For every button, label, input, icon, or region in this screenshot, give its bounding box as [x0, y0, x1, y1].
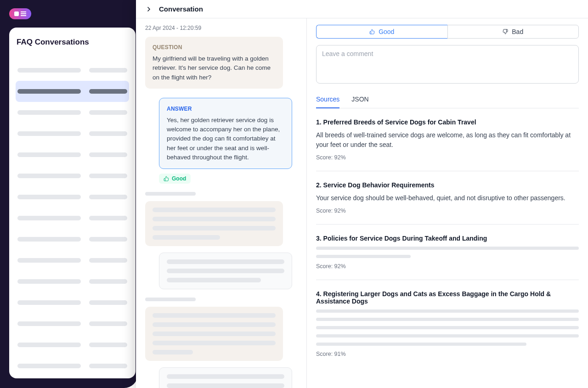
thumbs-up-icon — [164, 176, 169, 181]
answer-bubble-placeholder — [159, 253, 292, 289]
thumbs-up-icon — [369, 29, 375, 34]
conversation-column: 22 Apr 2024 - 12:20:59 QUESTION My girlf… — [136, 18, 307, 388]
tab-sources[interactable]: Sources — [316, 96, 339, 108]
source-score: Score: 92% — [316, 154, 579, 161]
app-logo — [9, 8, 31, 19]
details-column: Good Bad Sources JSON 1. Preferred Breed… — [307, 18, 588, 388]
source-score: Score: 91% — [316, 351, 579, 357]
conversation-list-item[interactable] — [16, 229, 129, 250]
rating-chip-label: Good — [172, 175, 186, 182]
drawer-title: Conversation — [159, 5, 203, 13]
source-item: 1. Preferred Breeds of Service Dogs for … — [316, 108, 579, 171]
source-title: 3. Policies for Service Dogs During Take… — [316, 235, 579, 242]
answer-bubble: ANSWER Yes, her golden retriever service… — [159, 98, 292, 169]
close-drawer-icon[interactable] — [145, 6, 153, 13]
conversation-list-item[interactable] — [16, 123, 129, 144]
bad-button-label: Bad — [512, 28, 523, 35]
source-item: 4. Registering Larger Dogs and Cats as E… — [316, 280, 579, 367]
conversation-list-item[interactable] — [16, 81, 129, 102]
source-body-placeholder — [316, 247, 579, 258]
question-text: My girlfriend will be traveling with a g… — [153, 55, 271, 81]
conversation-list-item[interactable] — [16, 292, 129, 313]
answer-bubble-placeholder — [159, 367, 292, 388]
question-bubble: QUESTION My girlfriend will be traveling… — [145, 37, 283, 89]
conversation-list-item[interactable] — [16, 250, 129, 271]
conversation-drawer: Conversation 22 Apr 2024 - 12:20:59 QUES… — [136, 0, 588, 388]
source-body: Your service dog should be well-behaved,… — [316, 193, 579, 203]
conversation-list-item[interactable] — [16, 208, 129, 229]
source-score: Score: 92% — [316, 263, 579, 270]
source-title: 2. Service Dog Behavior Requirements — [316, 181, 579, 189]
conversation-list-item[interactable] — [16, 144, 129, 165]
rating-chip-good: Good — [159, 174, 191, 184]
question-bubble-placeholder — [145, 201, 283, 246]
comment-input[interactable] — [316, 45, 579, 84]
conversation-list-item[interactable] — [16, 186, 129, 208]
answer-text: Yes, her golden retriever service dog is… — [167, 117, 280, 161]
conversation-timestamp: 22 Apr 2024 - 12:20:59 — [145, 25, 297, 31]
sidebar-title: FAQ Conversations — [16, 38, 129, 47]
conversation-list-item[interactable] — [16, 102, 129, 123]
conversation-list-item[interactable] — [16, 60, 129, 81]
tab-json[interactable]: JSON — [351, 96, 368, 108]
good-button-label: Good — [379, 28, 394, 35]
conversation-list-item[interactable] — [16, 271, 129, 292]
source-title: 1. Preferred Breeds of Service Dogs for … — [316, 118, 579, 126]
conversation-list-item[interactable] — [16, 165, 129, 186]
conversation-list-item[interactable] — [16, 313, 129, 334]
thumbs-down-icon — [503, 29, 508, 34]
good-button[interactable]: Good — [316, 25, 447, 39]
source-body: All breeds of well-trained service dogs … — [316, 130, 579, 150]
conversation-list-item[interactable] — [16, 334, 129, 355]
faq-sidebar: FAQ Conversations — [9, 28, 136, 378]
rating-buttons: Good Bad — [316, 25, 579, 39]
answer-label: ANSWER — [167, 105, 284, 113]
detail-tabs: Sources JSON — [316, 96, 579, 108]
question-bubble-placeholder — [145, 307, 283, 361]
drawer-header: Conversation — [136, 0, 588, 18]
source-body-placeholder — [316, 309, 579, 346]
question-label: QUESTION — [153, 43, 276, 51]
bad-button[interactable]: Bad — [447, 25, 579, 39]
source-item: 3. Policies for Service Dogs During Take… — [316, 225, 579, 280]
conversation-list-item[interactable] — [16, 355, 129, 377]
source-item: 2. Service Dog Behavior Requirements You… — [316, 171, 579, 225]
source-score: Score: 92% — [316, 208, 579, 214]
source-title: 4. Registering Larger Dogs and Cats as E… — [316, 290, 579, 305]
